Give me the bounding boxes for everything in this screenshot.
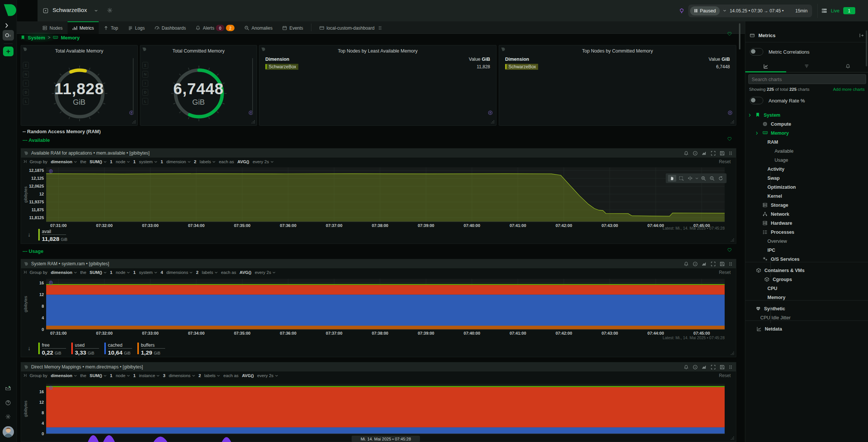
- groupby-segment[interactable]: instance: [139, 373, 159, 378]
- charts-tab[interactable]: [745, 60, 786, 72]
- groupby-segment[interactable]: dimension: [51, 159, 77, 164]
- col-value[interactable]: Value GiB: [709, 57, 730, 63]
- grip-icon[interactable]: [729, 262, 732, 266]
- chart-rail-letter[interactable]: Σ: [23, 62, 29, 69]
- bell-icon[interactable]: [684, 262, 689, 266]
- anomaly-badge-icon[interactable]: [727, 110, 733, 116]
- chart-rail-letter[interactable]: N: [23, 71, 29, 78]
- groupby-segment[interactable]: dimension: [51, 373, 77, 378]
- sidebar-item-ram[interactable]: RAM: [745, 138, 868, 146]
- time-picker[interactable]: Paused14.05.25 • 07:30 → 07:45 •15min: [688, 5, 812, 17]
- expand-icon[interactable]: [711, 262, 716, 266]
- sidebar-item-ipc[interactable]: IPC: [745, 246, 868, 254]
- sidebar-item-network[interactable]: Network: [745, 210, 868, 218]
- groupby-segment[interactable]: 4: [161, 270, 163, 275]
- tab-top[interactable]: Top: [99, 21, 123, 34]
- groupby-segment[interactable]: AVG(): [242, 373, 254, 378]
- sidebar-item-netdata[interactable]: Netdata: [745, 325, 868, 333]
- pan-tool[interactable]: [668, 175, 676, 182]
- groupby-segment[interactable]: Group by: [30, 159, 47, 164]
- table-row[interactable]: SchwarzeBox6,7448: [505, 63, 730, 70]
- node-settings-icon[interactable]: [107, 8, 113, 13]
- resize-handle-icon[interactable]: [132, 120, 136, 124]
- alerts-tab[interactable]: [827, 60, 868, 72]
- groupby-segment[interactable]: node: [116, 270, 130, 275]
- tab-events[interactable]: Events: [277, 21, 308, 34]
- sidebar-item-usage[interactable]: Usage: [745, 156, 868, 164]
- disk-icon[interactable]: [720, 365, 725, 370]
- groupby-segment[interactable]: Group by: [30, 270, 47, 275]
- sidebar-item-system[interactable]: System: [745, 111, 868, 119]
- groupby-segment[interactable]: Group by: [30, 373, 47, 378]
- reset-button[interactable]: Reset: [719, 373, 731, 378]
- groupby-segment[interactable]: every 2s: [253, 159, 273, 164]
- groupby-segment[interactable]: 1: [110, 373, 112, 378]
- node-selector-icon[interactable]: [43, 8, 48, 14]
- sidebar-item-kernel[interactable]: Kernel: [745, 192, 868, 200]
- groupby-segment[interactable]: system: [139, 159, 157, 164]
- groupby-segment[interactable]: each as: [219, 159, 234, 164]
- groupby-segment[interactable]: 3: [163, 373, 165, 378]
- area-icon[interactable]: [702, 365, 707, 370]
- expand-groupby-icon[interactable]: [23, 160, 27, 164]
- zout-icon[interactable]: [709, 176, 716, 181]
- drag-grip-icon[interactable]: [378, 26, 382, 30]
- node-dropdown-icon[interactable]: [95, 10, 98, 12]
- expand-icon[interactable]: [711, 151, 716, 156]
- tab-alerts[interactable]: Alerts02: [191, 21, 239, 34]
- groupby-segment[interactable]: node: [116, 373, 130, 378]
- tab-local-custom-dashboard[interactable]: local-custom-dashboard: [314, 21, 387, 34]
- groupby-segment[interactable]: AVG(): [239, 270, 251, 275]
- info-icon[interactable]: [693, 151, 698, 156]
- settings-icon[interactable]: [5, 414, 11, 419]
- disk-icon[interactable]: [720, 262, 725, 266]
- groupby-segment[interactable]: labels: [204, 373, 220, 378]
- groupby-segment[interactable]: 1: [133, 373, 135, 378]
- legend-item[interactable]: buffers1,29GiB: [137, 343, 165, 356]
- chart-plot[interactable]: 1612840gibibytes: [21, 380, 737, 442]
- anomaly-heart-icon[interactable]: [727, 137, 732, 141]
- table-row[interactable]: SchwarzeBox11,828: [265, 63, 490, 70]
- reset-button[interactable]: Reset: [719, 270, 731, 275]
- expand-sidebar-icon[interactable]: [5, 23, 8, 28]
- groupby-segment[interactable]: 1: [133, 270, 135, 275]
- plot-anomaly-icon[interactable]: [48, 385, 53, 390]
- col-dimension[interactable]: Dimension: [505, 57, 529, 63]
- sidebar-item-memory[interactable]: Memory: [745, 129, 868, 137]
- grip-icon[interactable]: [729, 151, 732, 156]
- sidebar-scrollbar[interactable]: [866, 30, 867, 66]
- legend-collapse-arrow[interactable]: ↓: [28, 231, 31, 238]
- chart-plot[interactable]: 12,187512,12512,06251211,937511,87511,81…: [21, 166, 737, 230]
- anomaly-heart-icon[interactable]: [727, 248, 732, 252]
- sidebar-item-available[interactable]: Available: [745, 147, 868, 155]
- legend-item[interactable]: used3,33GiB: [71, 343, 99, 356]
- sidebar-item-swap[interactable]: Swap: [745, 174, 868, 182]
- anomaly-badge-icon[interactable]: [487, 110, 493, 116]
- time-dropdown-icon[interactable]: [723, 10, 726, 12]
- sidebar-item-containers-vms[interactable]: Containers & VMs: [745, 266, 868, 275]
- workspace-badge[interactable]: s: [3, 30, 14, 41]
- sidebar-item-compute[interactable]: Compute: [745, 120, 868, 128]
- groupby-segment[interactable]: 1: [110, 159, 112, 164]
- resize-handle-icon[interactable]: [730, 120, 734, 124]
- add-space-button[interactable]: +: [3, 47, 14, 56]
- resize-handle-icon[interactable]: [251, 120, 255, 124]
- expand-groupby-icon[interactable]: [23, 374, 27, 377]
- anomalies-bulb-icon[interactable]: [679, 8, 684, 14]
- tab-metrics[interactable]: Metrics: [68, 21, 99, 34]
- grip-icon[interactable]: [729, 365, 732, 370]
- expand-icon[interactable]: [711, 365, 716, 370]
- sidebar-item-synthetic[interactable]: Synthetic: [745, 305, 868, 313]
- groupby-segment[interactable]: AVG(): [237, 159, 249, 164]
- groupby-segment[interactable]: dimensions: [169, 373, 195, 378]
- reset-button[interactable]: Reset: [719, 159, 731, 164]
- nodes-indicator-icon[interactable]: [821, 8, 827, 13]
- groupby-segment[interactable]: 2: [194, 159, 196, 164]
- chart-rail-letter[interactable]: Σ: [142, 62, 148, 69]
- toolbar-chevron-icon[interactable]: [695, 177, 698, 179]
- groupby-segment[interactable]: SUM(): [90, 159, 107, 164]
- groupby-segment[interactable]: the: [80, 373, 86, 378]
- resize-handle-icon[interactable]: [730, 238, 734, 242]
- groupby-segment[interactable]: 2: [196, 270, 198, 275]
- groupby-segment[interactable]: every 2s: [257, 373, 278, 378]
